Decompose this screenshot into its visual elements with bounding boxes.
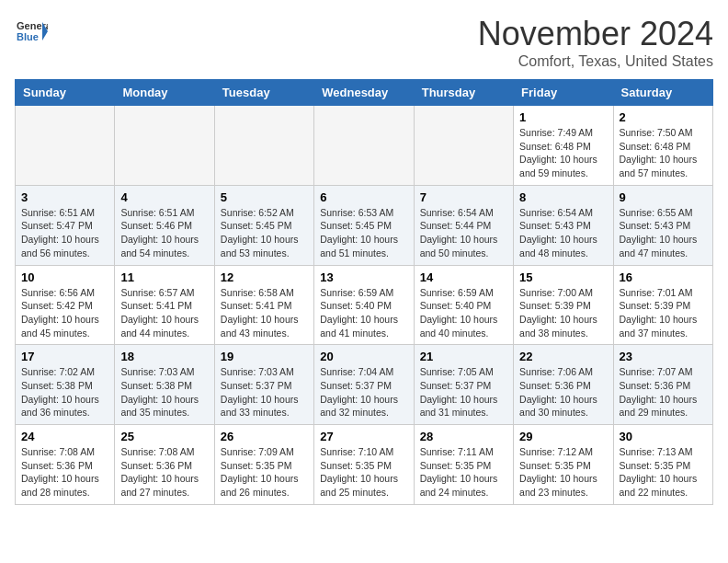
calendar-cell: 4Sunrise: 6:51 AM Sunset: 5:46 PM Daylig…: [115, 185, 214, 265]
calendar-cell: [214, 106, 313, 186]
day-number: 8: [519, 190, 607, 204]
day-info: Sunrise: 6:53 AM Sunset: 5:45 PM Dayligh…: [320, 206, 407, 260]
day-number: 17: [21, 350, 108, 363]
calendar-cell: 1Sunrise: 7:49 AM Sunset: 6:48 PM Daylig…: [514, 106, 613, 186]
day-info: Sunrise: 7:03 AM Sunset: 5:37 PM Dayligh…: [221, 365, 308, 419]
calendar-cell: 5Sunrise: 6:52 AM Sunset: 5:45 PM Daylig…: [214, 185, 313, 265]
day-number: 28: [420, 430, 507, 443]
day-info: Sunrise: 7:49 AM Sunset: 6:48 PM Dayligh…: [519, 126, 607, 180]
calendar-cell: [16, 106, 115, 186]
week-row-3: 17Sunrise: 7:02 AM Sunset: 5:38 PM Dayli…: [16, 345, 713, 425]
day-number: 20: [320, 350, 407, 363]
calendar-cell: 15Sunrise: 7:00 AM Sunset: 5:39 PM Dayli…: [514, 265, 613, 345]
day-number: 27: [320, 430, 407, 443]
day-number: 13: [320, 270, 407, 284]
day-number: 16: [620, 270, 707, 284]
weekday-header-wednesday: Wednesday: [314, 80, 414, 106]
day-number: 9: [620, 190, 707, 204]
calendar-cell: 13Sunrise: 6:59 AM Sunset: 5:40 PM Dayli…: [314, 265, 414, 345]
week-row-0: 1Sunrise: 7:49 AM Sunset: 6:48 PM Daylig…: [16, 106, 713, 186]
weekday-header-monday: Monday: [115, 80, 214, 106]
day-info: Sunrise: 6:58 AM Sunset: 5:41 PM Dayligh…: [221, 286, 308, 340]
day-number: 22: [519, 350, 607, 363]
day-info: Sunrise: 6:56 AM Sunset: 5:42 PM Dayligh…: [21, 286, 108, 340]
weekday-header-sunday: Sunday: [16, 80, 115, 106]
day-number: 11: [120, 270, 208, 284]
logo: General Blue: [15, 15, 51, 48]
day-info: Sunrise: 7:12 AM Sunset: 5:35 PM Dayligh…: [519, 445, 607, 500]
day-number: 5: [221, 190, 308, 204]
day-number: 26: [221, 430, 308, 443]
day-info: Sunrise: 7:05 AM Sunset: 5:37 PM Dayligh…: [420, 365, 507, 419]
day-info: Sunrise: 7:00 AM Sunset: 5:39 PM Dayligh…: [519, 286, 607, 340]
calendar-cell: 6Sunrise: 6:53 AM Sunset: 5:45 PM Daylig…: [314, 185, 414, 265]
day-info: Sunrise: 7:07 AM Sunset: 5:36 PM Dayligh…: [620, 365, 707, 419]
calendar-cell: 12Sunrise: 6:58 AM Sunset: 5:41 PM Dayli…: [214, 265, 313, 345]
calendar-cell: 17Sunrise: 7:02 AM Sunset: 5:38 PM Dayli…: [16, 345, 115, 425]
calendar-cell: 2Sunrise: 7:50 AM Sunset: 6:48 PM Daylig…: [613, 106, 712, 186]
day-info: Sunrise: 6:57 AM Sunset: 5:41 PM Dayligh…: [120, 286, 208, 340]
day-info: Sunrise: 6:51 AM Sunset: 5:46 PM Dayligh…: [120, 206, 208, 260]
day-number: 12: [221, 270, 308, 284]
weekday-header-saturday: Saturday: [613, 80, 712, 106]
day-number: 6: [320, 190, 407, 204]
calendar-cell: [115, 106, 214, 186]
weekday-header-tuesday: Tuesday: [214, 80, 313, 106]
day-info: Sunrise: 6:59 AM Sunset: 5:40 PM Dayligh…: [420, 286, 507, 340]
day-info: Sunrise: 7:11 AM Sunset: 5:35 PM Dayligh…: [420, 445, 507, 500]
svg-text:Blue: Blue: [17, 31, 39, 42]
calendar-cell: 10Sunrise: 6:56 AM Sunset: 5:42 PM Dayli…: [16, 265, 115, 345]
calendar-cell: 21Sunrise: 7:05 AM Sunset: 5:37 PM Dayli…: [414, 345, 513, 425]
day-info: Sunrise: 7:03 AM Sunset: 5:38 PM Dayligh…: [120, 365, 208, 419]
title-section: November 2024 Comfort, Texas, United Sta…: [478, 15, 713, 70]
calendar-cell: 11Sunrise: 6:57 AM Sunset: 5:41 PM Dayli…: [115, 265, 214, 345]
day-number: 25: [120, 430, 208, 443]
location: Comfort, Texas, United States: [478, 53, 713, 70]
calendar-cell: 27Sunrise: 7:10 AM Sunset: 5:35 PM Dayli…: [314, 425, 414, 505]
day-info: Sunrise: 6:51 AM Sunset: 5:47 PM Dayligh…: [21, 206, 108, 260]
calendar-cell: 16Sunrise: 7:01 AM Sunset: 5:39 PM Dayli…: [613, 265, 712, 345]
calendar-cell: 14Sunrise: 6:59 AM Sunset: 5:40 PM Dayli…: [414, 265, 513, 345]
day-info: Sunrise: 7:50 AM Sunset: 6:48 PM Dayligh…: [620, 126, 707, 180]
month-title: November 2024: [478, 15, 713, 53]
calendar-cell: 29Sunrise: 7:12 AM Sunset: 5:35 PM Dayli…: [514, 425, 613, 505]
day-info: Sunrise: 6:54 AM Sunset: 5:43 PM Dayligh…: [519, 206, 607, 260]
day-info: Sunrise: 7:08 AM Sunset: 5:36 PM Dayligh…: [21, 445, 108, 500]
calendar-cell: 25Sunrise: 7:08 AM Sunset: 5:36 PM Dayli…: [115, 425, 214, 505]
weekday-header-friday: Friday: [514, 80, 613, 106]
calendar-cell: 30Sunrise: 7:13 AM Sunset: 5:35 PM Dayli…: [613, 425, 712, 505]
weekday-header-row: SundayMondayTuesdayWednesdayThursdayFrid…: [16, 80, 713, 106]
calendar-cell: 24Sunrise: 7:08 AM Sunset: 5:36 PM Dayli…: [16, 425, 115, 505]
day-number: 4: [120, 190, 208, 204]
calendar-cell: 9Sunrise: 6:55 AM Sunset: 5:43 PM Daylig…: [613, 185, 712, 265]
day-number: 7: [420, 190, 507, 204]
calendar-cell: 8Sunrise: 6:54 AM Sunset: 5:43 PM Daylig…: [514, 185, 613, 265]
day-info: Sunrise: 7:10 AM Sunset: 5:35 PM Dayligh…: [320, 445, 407, 500]
day-number: 30: [620, 430, 707, 443]
calendar-cell: 18Sunrise: 7:03 AM Sunset: 5:38 PM Dayli…: [115, 345, 214, 425]
week-row-2: 10Sunrise: 6:56 AM Sunset: 5:42 PM Dayli…: [16, 265, 713, 345]
weekday-header-thursday: Thursday: [414, 80, 513, 106]
day-info: Sunrise: 7:04 AM Sunset: 5:37 PM Dayligh…: [320, 365, 407, 419]
day-info: Sunrise: 6:52 AM Sunset: 5:45 PM Dayligh…: [221, 206, 308, 260]
day-number: 23: [620, 350, 707, 363]
day-number: 1: [519, 110, 607, 124]
week-row-1: 3Sunrise: 6:51 AM Sunset: 5:47 PM Daylig…: [16, 185, 713, 265]
day-info: Sunrise: 7:13 AM Sunset: 5:35 PM Dayligh…: [620, 445, 707, 500]
calendar-cell: 28Sunrise: 7:11 AM Sunset: 5:35 PM Dayli…: [414, 425, 513, 505]
day-info: Sunrise: 7:02 AM Sunset: 5:38 PM Dayligh…: [21, 365, 108, 419]
week-row-4: 24Sunrise: 7:08 AM Sunset: 5:36 PM Dayli…: [16, 425, 713, 505]
calendar-cell: [314, 106, 414, 186]
day-number: 29: [519, 430, 607, 443]
header: General Blue November 2024 Comfort, Texa…: [15, 15, 713, 70]
day-info: Sunrise: 6:59 AM Sunset: 5:40 PM Dayligh…: [320, 286, 407, 340]
day-number: 18: [120, 350, 208, 363]
calendar-cell: 23Sunrise: 7:07 AM Sunset: 5:36 PM Dayli…: [613, 345, 712, 425]
day-info: Sunrise: 6:55 AM Sunset: 5:43 PM Dayligh…: [620, 206, 707, 260]
day-number: 24: [21, 430, 108, 443]
day-number: 19: [221, 350, 308, 363]
day-number: 2: [620, 110, 707, 124]
day-number: 10: [21, 270, 108, 284]
calendar-cell: [414, 106, 513, 186]
day-info: Sunrise: 7:06 AM Sunset: 5:36 PM Dayligh…: [519, 365, 607, 419]
